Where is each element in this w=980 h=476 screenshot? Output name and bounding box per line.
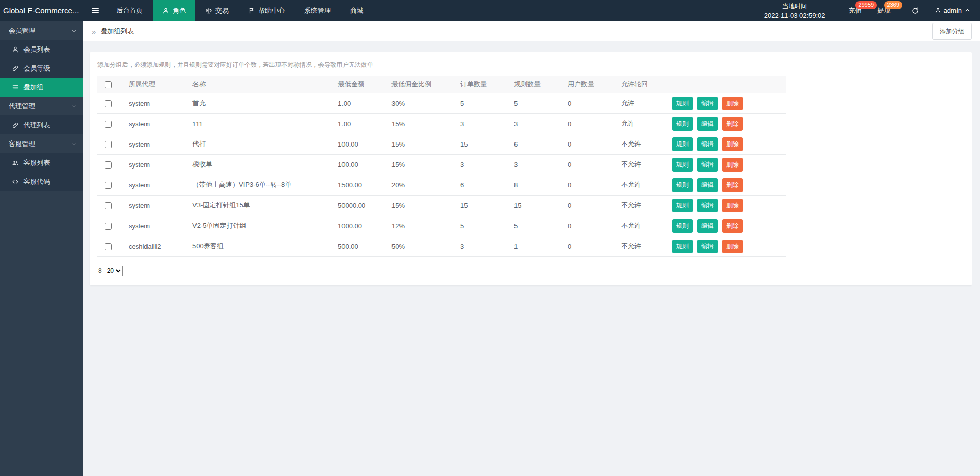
page-size-select[interactable]: 20 bbox=[105, 266, 123, 276]
row-checkbox[interactable] bbox=[105, 100, 112, 107]
delete-button[interactable]: 删除 bbox=[722, 178, 743, 192]
people-icon bbox=[12, 159, 19, 166]
table-cell: 15% bbox=[387, 113, 456, 134]
nav-item-3[interactable]: 帮助中心 bbox=[238, 0, 295, 21]
sidebar-item-label: 代理列表 bbox=[23, 121, 50, 130]
column-header: 允许轮回 bbox=[617, 76, 668, 93]
sidebar-item-2[interactable]: 会员等级 bbox=[0, 59, 83, 78]
edit-button[interactable]: 编辑 bbox=[697, 219, 718, 233]
sidebar-item-label: 叠加组 bbox=[23, 83, 43, 92]
table-cell: 不允许 bbox=[617, 195, 668, 216]
table-cell: 不允许 bbox=[617, 216, 668, 236]
recharge-menu[interactable]: 充值 29959 bbox=[849, 0, 862, 21]
column-header: 名称 bbox=[188, 76, 334, 93]
topbar: Global E-Commerce... 后台首页角色交易帮助中心系统管理商城 … bbox=[0, 0, 980, 21]
table-body: system首充1.0030%550允许规则编辑删除system1111.001… bbox=[97, 93, 786, 256]
table-cell: 5 bbox=[510, 93, 564, 113]
nav-item-2[interactable]: 交易 bbox=[195, 0, 238, 21]
edit-button[interactable]: 编辑 bbox=[697, 137, 718, 151]
sidebar-item-8[interactable]: 客服代码 bbox=[0, 172, 83, 191]
table-cell: 1.00 bbox=[334, 113, 387, 134]
column-header: 最低金额 bbox=[334, 76, 387, 93]
table-cell: 8 bbox=[510, 175, 564, 195]
table-row: systemV3-固定打针组15单50000.0015%15150不允许规则编辑… bbox=[97, 195, 786, 216]
sidebar-item-4[interactable]: 代理管理 bbox=[0, 97, 83, 115]
rule-button[interactable]: 规则 bbox=[672, 158, 693, 172]
delete-button[interactable]: 删除 bbox=[722, 199, 743, 212]
sidebar-item-7[interactable]: 客服列表 bbox=[0, 153, 83, 172]
row-checkbox[interactable] bbox=[105, 243, 112, 250]
row-checkbox[interactable] bbox=[105, 161, 112, 169]
edit-button[interactable]: 编辑 bbox=[697, 158, 718, 172]
rule-button[interactable]: 规则 bbox=[672, 97, 693, 110]
edit-button[interactable]: 编辑 bbox=[697, 240, 718, 253]
rule-button[interactable]: 规则 bbox=[672, 178, 693, 192]
withdraw-badge: 2369 bbox=[884, 1, 902, 9]
refresh-icon[interactable] bbox=[911, 7, 919, 15]
select-all-checkbox[interactable] bbox=[105, 81, 112, 88]
table-cell: V3-固定打针组15单 bbox=[188, 195, 334, 216]
nav-item-label: 帮助中心 bbox=[258, 6, 285, 15]
add-group-button[interactable]: 添加分组 bbox=[932, 23, 972, 40]
table-cell: 15% bbox=[387, 134, 456, 154]
table-cell: 首充 bbox=[188, 93, 334, 113]
delete-button[interactable]: 删除 bbox=[722, 158, 743, 172]
withdraw-menu[interactable]: 提现 2369 bbox=[877, 0, 891, 21]
nav-item-0[interactable]: 后台首页 bbox=[107, 0, 153, 21]
row-checkbox[interactable] bbox=[105, 182, 112, 189]
sidebar-item-3[interactable]: 叠加组 bbox=[0, 78, 83, 97]
delete-button[interactable]: 删除 bbox=[722, 240, 743, 253]
rule-button[interactable]: 规则 bbox=[672, 199, 693, 212]
nav-item-1[interactable]: 角色 bbox=[153, 0, 195, 21]
hamburger-icon[interactable] bbox=[83, 0, 107, 21]
delete-button[interactable]: 删除 bbox=[722, 219, 743, 233]
table-row: system1111.0015%330允许规则编辑删除 bbox=[97, 113, 786, 134]
table-cell: 111 bbox=[188, 113, 334, 134]
recharge-badge: 29959 bbox=[855, 1, 877, 9]
row-checkbox[interactable] bbox=[105, 141, 112, 148]
row-checkbox[interactable] bbox=[105, 223, 112, 230]
flag-icon bbox=[248, 7, 255, 14]
sidebar-item-label: 客服管理 bbox=[9, 139, 35, 149]
table-cell: 3 bbox=[456, 113, 510, 134]
column-header: 规则数量 bbox=[510, 76, 564, 93]
sidebar-item-1[interactable]: 会员列表 bbox=[0, 40, 83, 59]
sidebar: 会员管理会员列表会员等级叠加组代理管理代理列表客服管理客服列表客服代码 bbox=[0, 21, 83, 476]
table-cell: 500养客组 bbox=[188, 236, 334, 256]
sidebar-item-0[interactable]: 会员管理 bbox=[0, 21, 83, 40]
groups-table: 所属代理名称最低金额最低佣金比例订单数量规则数量用户数量允许轮回 system首… bbox=[97, 76, 786, 257]
rule-button[interactable]: 规则 bbox=[672, 117, 693, 131]
edit-button[interactable]: 编辑 bbox=[697, 117, 718, 131]
link-icon bbox=[12, 65, 19, 72]
table-cell: 100.00 bbox=[334, 154, 387, 175]
row-checkbox[interactable] bbox=[105, 202, 112, 209]
table-cell: 允许 bbox=[617, 113, 668, 134]
delete-button[interactable]: 删除 bbox=[722, 117, 743, 131]
table-head: 所属代理名称最低金额最低佣金比例订单数量规则数量用户数量允许轮回 bbox=[97, 76, 786, 93]
edit-button[interactable]: 编辑 bbox=[697, 178, 718, 192]
breadcrumb-icon: » bbox=[92, 27, 96, 36]
row-checkbox[interactable] bbox=[105, 121, 112, 128]
rule-button[interactable]: 规则 bbox=[672, 137, 693, 151]
chevron-down-icon bbox=[71, 28, 77, 34]
delete-button[interactable]: 删除 bbox=[722, 97, 743, 110]
delete-button[interactable]: 删除 bbox=[722, 137, 743, 151]
nav-item-4[interactable]: 系统管理 bbox=[295, 0, 340, 21]
table-cell: 0 bbox=[564, 154, 617, 175]
table-cell: （带他上高速）VIP3-6单--转--8单 bbox=[188, 175, 334, 195]
nav-item-label: 商城 bbox=[350, 6, 363, 15]
sidebar-item-6[interactable]: 客服管理 bbox=[0, 134, 83, 153]
user-menu[interactable]: admin bbox=[935, 7, 971, 14]
edit-button[interactable]: 编辑 bbox=[697, 97, 718, 110]
edit-button[interactable]: 编辑 bbox=[697, 199, 718, 212]
username: admin bbox=[944, 7, 962, 14]
table-cell: 不允许 bbox=[617, 134, 668, 154]
nav-item-5[interactable]: 商城 bbox=[340, 0, 373, 21]
rule-button[interactable]: 规则 bbox=[672, 219, 693, 233]
sidebar-item-5[interactable]: 代理列表 bbox=[0, 115, 83, 134]
list-icon bbox=[12, 84, 19, 91]
table-cell: 不允许 bbox=[617, 175, 668, 195]
table-row: systemV2-5单固定打针组1000.0012%550不允许规则编辑删除 bbox=[97, 216, 786, 236]
link-icon bbox=[12, 122, 19, 129]
rule-button[interactable]: 规则 bbox=[672, 240, 693, 253]
